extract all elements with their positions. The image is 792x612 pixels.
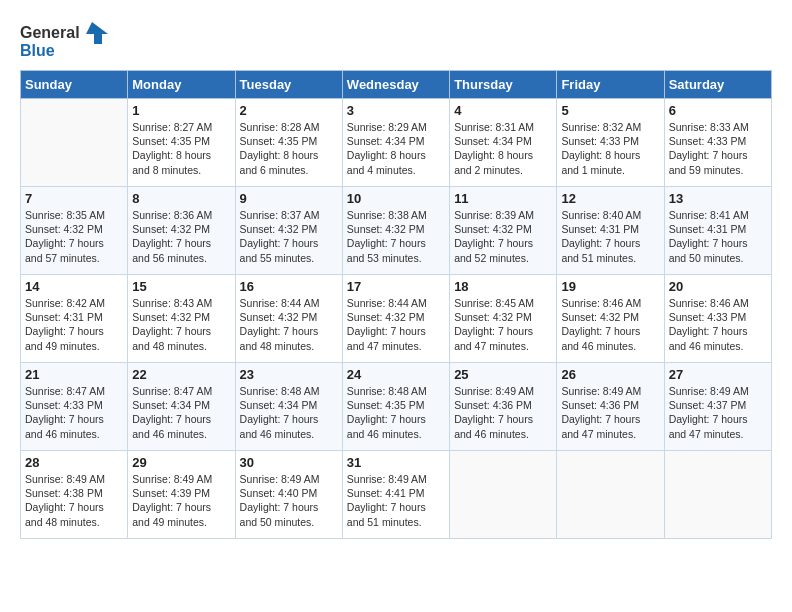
day-detail: Sunrise: 8:40 AMSunset: 4:31 PMDaylight:… bbox=[561, 208, 659, 265]
calendar-cell: 10Sunrise: 8:38 AMSunset: 4:32 PMDayligh… bbox=[342, 187, 449, 275]
day-number: 18 bbox=[454, 279, 552, 294]
day-detail: Sunrise: 8:39 AMSunset: 4:32 PMDaylight:… bbox=[454, 208, 552, 265]
day-number: 16 bbox=[240, 279, 338, 294]
day-detail: Sunrise: 8:49 AMSunset: 4:38 PMDaylight:… bbox=[25, 472, 123, 529]
logo-svg: GeneralBlue bbox=[20, 20, 110, 62]
day-number: 1 bbox=[132, 103, 230, 118]
calendar-cell: 15Sunrise: 8:43 AMSunset: 4:32 PMDayligh… bbox=[128, 275, 235, 363]
calendar-cell: 26Sunrise: 8:49 AMSunset: 4:36 PMDayligh… bbox=[557, 363, 664, 451]
col-header-thursday: Thursday bbox=[450, 71, 557, 99]
day-number: 20 bbox=[669, 279, 767, 294]
day-number: 9 bbox=[240, 191, 338, 206]
calendar-cell: 19Sunrise: 8:46 AMSunset: 4:32 PMDayligh… bbox=[557, 275, 664, 363]
day-number: 30 bbox=[240, 455, 338, 470]
col-header-friday: Friday bbox=[557, 71, 664, 99]
calendar-header-row: SundayMondayTuesdayWednesdayThursdayFrid… bbox=[21, 71, 772, 99]
day-number: 3 bbox=[347, 103, 445, 118]
calendar-cell: 12Sunrise: 8:40 AMSunset: 4:31 PMDayligh… bbox=[557, 187, 664, 275]
calendar-cell: 25Sunrise: 8:49 AMSunset: 4:36 PMDayligh… bbox=[450, 363, 557, 451]
calendar-table: SundayMondayTuesdayWednesdayThursdayFrid… bbox=[20, 70, 772, 539]
day-detail: Sunrise: 8:42 AMSunset: 4:31 PMDaylight:… bbox=[25, 296, 123, 353]
day-number: 11 bbox=[454, 191, 552, 206]
calendar-cell: 8Sunrise: 8:36 AMSunset: 4:32 PMDaylight… bbox=[128, 187, 235, 275]
calendar-cell: 11Sunrise: 8:39 AMSunset: 4:32 PMDayligh… bbox=[450, 187, 557, 275]
calendar-cell: 24Sunrise: 8:48 AMSunset: 4:35 PMDayligh… bbox=[342, 363, 449, 451]
header: GeneralBlue bbox=[20, 20, 772, 62]
calendar-cell: 22Sunrise: 8:47 AMSunset: 4:34 PMDayligh… bbox=[128, 363, 235, 451]
calendar-week-3: 14Sunrise: 8:42 AMSunset: 4:31 PMDayligh… bbox=[21, 275, 772, 363]
calendar-cell bbox=[664, 451, 771, 539]
day-detail: Sunrise: 8:41 AMSunset: 4:31 PMDaylight:… bbox=[669, 208, 767, 265]
svg-marker-2 bbox=[86, 22, 108, 44]
day-number: 10 bbox=[347, 191, 445, 206]
day-number: 25 bbox=[454, 367, 552, 382]
day-number: 13 bbox=[669, 191, 767, 206]
svg-text:General: General bbox=[20, 24, 80, 41]
calendar-week-5: 28Sunrise: 8:49 AMSunset: 4:38 PMDayligh… bbox=[21, 451, 772, 539]
day-detail: Sunrise: 8:31 AMSunset: 4:34 PMDaylight:… bbox=[454, 120, 552, 177]
calendar-cell bbox=[557, 451, 664, 539]
calendar-week-2: 7Sunrise: 8:35 AMSunset: 4:32 PMDaylight… bbox=[21, 187, 772, 275]
day-number: 21 bbox=[25, 367, 123, 382]
day-number: 17 bbox=[347, 279, 445, 294]
day-number: 12 bbox=[561, 191, 659, 206]
calendar-cell: 20Sunrise: 8:46 AMSunset: 4:33 PMDayligh… bbox=[664, 275, 771, 363]
day-number: 27 bbox=[669, 367, 767, 382]
calendar-cell: 17Sunrise: 8:44 AMSunset: 4:32 PMDayligh… bbox=[342, 275, 449, 363]
day-number: 15 bbox=[132, 279, 230, 294]
day-detail: Sunrise: 8:48 AMSunset: 4:35 PMDaylight:… bbox=[347, 384, 445, 441]
day-detail: Sunrise: 8:28 AMSunset: 4:35 PMDaylight:… bbox=[240, 120, 338, 177]
day-detail: Sunrise: 8:48 AMSunset: 4:34 PMDaylight:… bbox=[240, 384, 338, 441]
day-detail: Sunrise: 8:47 AMSunset: 4:34 PMDaylight:… bbox=[132, 384, 230, 441]
calendar-cell: 29Sunrise: 8:49 AMSunset: 4:39 PMDayligh… bbox=[128, 451, 235, 539]
col-header-saturday: Saturday bbox=[664, 71, 771, 99]
day-detail: Sunrise: 8:44 AMSunset: 4:32 PMDaylight:… bbox=[240, 296, 338, 353]
day-number: 24 bbox=[347, 367, 445, 382]
day-detail: Sunrise: 8:37 AMSunset: 4:32 PMDaylight:… bbox=[240, 208, 338, 265]
day-detail: Sunrise: 8:44 AMSunset: 4:32 PMDaylight:… bbox=[347, 296, 445, 353]
day-detail: Sunrise: 8:49 AMSunset: 4:37 PMDaylight:… bbox=[669, 384, 767, 441]
calendar-cell: 27Sunrise: 8:49 AMSunset: 4:37 PMDayligh… bbox=[664, 363, 771, 451]
calendar-cell: 4Sunrise: 8:31 AMSunset: 4:34 PMDaylight… bbox=[450, 99, 557, 187]
day-detail: Sunrise: 8:27 AMSunset: 4:35 PMDaylight:… bbox=[132, 120, 230, 177]
day-number: 22 bbox=[132, 367, 230, 382]
calendar-cell: 14Sunrise: 8:42 AMSunset: 4:31 PMDayligh… bbox=[21, 275, 128, 363]
day-detail: Sunrise: 8:45 AMSunset: 4:32 PMDaylight:… bbox=[454, 296, 552, 353]
calendar-cell: 30Sunrise: 8:49 AMSunset: 4:40 PMDayligh… bbox=[235, 451, 342, 539]
col-header-tuesday: Tuesday bbox=[235, 71, 342, 99]
calendar-cell: 2Sunrise: 8:28 AMSunset: 4:35 PMDaylight… bbox=[235, 99, 342, 187]
day-number: 31 bbox=[347, 455, 445, 470]
calendar-week-1: 1Sunrise: 8:27 AMSunset: 4:35 PMDaylight… bbox=[21, 99, 772, 187]
day-number: 26 bbox=[561, 367, 659, 382]
calendar-week-4: 21Sunrise: 8:47 AMSunset: 4:33 PMDayligh… bbox=[21, 363, 772, 451]
calendar-cell: 16Sunrise: 8:44 AMSunset: 4:32 PMDayligh… bbox=[235, 275, 342, 363]
day-number: 6 bbox=[669, 103, 767, 118]
col-header-sunday: Sunday bbox=[21, 71, 128, 99]
day-detail: Sunrise: 8:43 AMSunset: 4:32 PMDaylight:… bbox=[132, 296, 230, 353]
day-detail: Sunrise: 8:46 AMSunset: 4:33 PMDaylight:… bbox=[669, 296, 767, 353]
day-detail: Sunrise: 8:46 AMSunset: 4:32 PMDaylight:… bbox=[561, 296, 659, 353]
calendar-cell: 7Sunrise: 8:35 AMSunset: 4:32 PMDaylight… bbox=[21, 187, 128, 275]
calendar-cell: 31Sunrise: 8:49 AMSunset: 4:41 PMDayligh… bbox=[342, 451, 449, 539]
col-header-monday: Monday bbox=[128, 71, 235, 99]
calendar-cell: 6Sunrise: 8:33 AMSunset: 4:33 PMDaylight… bbox=[664, 99, 771, 187]
day-number: 5 bbox=[561, 103, 659, 118]
calendar-cell: 13Sunrise: 8:41 AMSunset: 4:31 PMDayligh… bbox=[664, 187, 771, 275]
day-detail: Sunrise: 8:29 AMSunset: 4:34 PMDaylight:… bbox=[347, 120, 445, 177]
logo: GeneralBlue bbox=[20, 20, 110, 62]
svg-text:Blue: Blue bbox=[20, 42, 55, 59]
day-number: 8 bbox=[132, 191, 230, 206]
calendar-cell bbox=[450, 451, 557, 539]
day-detail: Sunrise: 8:49 AMSunset: 4:36 PMDaylight:… bbox=[561, 384, 659, 441]
calendar-cell: 21Sunrise: 8:47 AMSunset: 4:33 PMDayligh… bbox=[21, 363, 128, 451]
day-detail: Sunrise: 8:49 AMSunset: 4:36 PMDaylight:… bbox=[454, 384, 552, 441]
day-detail: Sunrise: 8:33 AMSunset: 4:33 PMDaylight:… bbox=[669, 120, 767, 177]
day-number: 2 bbox=[240, 103, 338, 118]
day-number: 23 bbox=[240, 367, 338, 382]
day-number: 29 bbox=[132, 455, 230, 470]
day-detail: Sunrise: 8:49 AMSunset: 4:40 PMDaylight:… bbox=[240, 472, 338, 529]
day-number: 19 bbox=[561, 279, 659, 294]
day-detail: Sunrise: 8:49 AMSunset: 4:41 PMDaylight:… bbox=[347, 472, 445, 529]
calendar-cell: 23Sunrise: 8:48 AMSunset: 4:34 PMDayligh… bbox=[235, 363, 342, 451]
calendar-cell: 5Sunrise: 8:32 AMSunset: 4:33 PMDaylight… bbox=[557, 99, 664, 187]
